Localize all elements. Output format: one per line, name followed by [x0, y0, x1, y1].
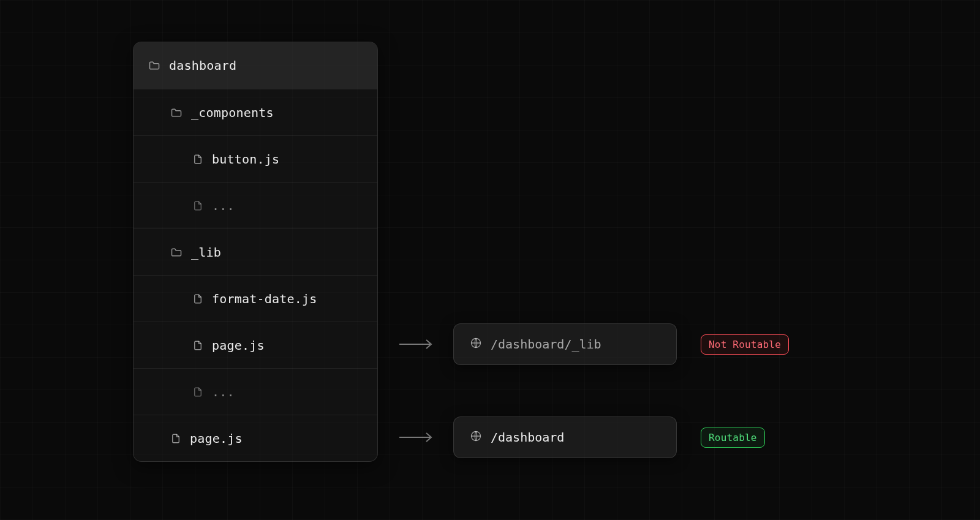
arrow-icon	[398, 337, 436, 354]
tree-row-format-date-js: format-date.js	[134, 275, 377, 322]
tree-row-dashboard: dashboard	[134, 42, 377, 89]
file-icon	[170, 433, 181, 444]
badge-label: Routable	[709, 432, 757, 443]
tree-label: _components	[191, 105, 274, 120]
tree-label: _lib	[191, 245, 221, 260]
tree-label: dashboard	[169, 58, 236, 73]
file-tree: dashboard _components button.js ... _lib	[133, 42, 378, 462]
arrow-icon	[398, 430, 436, 447]
tree-row-components: _components	[134, 89, 377, 135]
status-badge-routable: Routable	[701, 428, 765, 448]
tree-label: ...	[212, 385, 235, 399]
file-icon	[192, 340, 203, 351]
url-path: /dashboard	[491, 430, 564, 445]
status-badge-not-routable: Not Routable	[701, 334, 789, 355]
tree-row-button-js: button.js	[134, 135, 377, 182]
file-icon	[192, 386, 203, 398]
tree-label: format-date.js	[212, 292, 317, 306]
tree-label: page.js	[212, 338, 265, 353]
tree-label: button.js	[212, 152, 279, 167]
folder-icon	[170, 246, 183, 258]
folder-icon	[148, 59, 160, 72]
file-icon	[192, 293, 203, 304]
tree-row-ellipsis: ...	[134, 368, 377, 415]
file-icon	[192, 200, 203, 211]
tree-label: ...	[212, 198, 235, 213]
tree-row-lib-page-js: page.js	[134, 322, 377, 368]
tree-row-ellipsis: ...	[134, 182, 377, 228]
file-icon	[192, 154, 203, 165]
url-chip-not-routable: /dashboard/_lib	[453, 323, 677, 365]
folder-icon	[170, 107, 183, 119]
tree-label: page.js	[190, 431, 243, 446]
tree-row-page-js: page.js	[134, 415, 377, 461]
tree-row-lib: _lib	[134, 228, 377, 275]
globe-icon	[470, 337, 482, 352]
url-path: /dashboard/_lib	[491, 337, 601, 352]
badge-label: Not Routable	[709, 339, 781, 350]
diagram-canvas: dashboard _components button.js ... _lib	[0, 0, 980, 520]
globe-icon	[470, 430, 482, 445]
url-chip-routable: /dashboard	[453, 416, 677, 458]
